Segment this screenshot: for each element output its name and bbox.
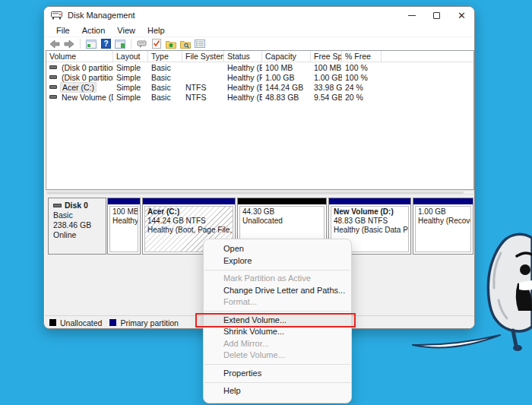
context-menu-icon[interactable]: [136, 38, 148, 49]
rock-mascot: [482, 223, 532, 356]
menu-separator: [204, 270, 350, 271]
column-header-filler: [382, 51, 473, 62]
menu-bar: FileActionViewHelp: [44, 24, 474, 36]
disk-management-app-icon: [51, 11, 62, 20]
checklist-icon[interactable]: [150, 38, 163, 49]
partition-info: 1.00 GBHealthy (Recove: [415, 206, 471, 252]
cell-status: Healthy (B...: [224, 83, 262, 92]
menu-separator: [204, 382, 350, 383]
back-icon[interactable]: [49, 38, 61, 49]
volume-icon: [49, 95, 57, 99]
cell-pct: 100 %: [342, 63, 382, 72]
cell-pct: 100 %: [342, 73, 382, 82]
cell-layout: Simple: [113, 73, 148, 82]
volume-icon: [49, 75, 57, 79]
close-button[interactable]: ✕: [449, 7, 474, 24]
menu-item-open[interactable]: Open: [204, 243, 351, 255]
details-icon[interactable]: [194, 38, 206, 49]
cell-fs: NTFS: [182, 93, 224, 102]
disk0-label[interactable]: Disk 0 Basic 238.46 GB Online: [48, 198, 106, 255]
partition-color-strip: [238, 198, 326, 204]
cell-type: Basic: [148, 83, 182, 92]
column-header-volume[interactable]: Volume: [46, 51, 113, 62]
menu-item-help[interactable]: Help: [204, 385, 351, 397]
volume-icon: [49, 65, 57, 69]
cell-capacity: 48.83 GB: [262, 93, 311, 102]
menubar-item-action[interactable]: Action: [77, 25, 111, 36]
partition-context-menu: OpenExploreMark Partition as ActiveChang…: [203, 239, 352, 403]
menubar-item-view[interactable]: View: [112, 25, 141, 36]
disk-icon: [53, 204, 62, 207]
cell-volume: (Disk 0 partition 5): [46, 73, 113, 82]
svg-text:?: ?: [103, 40, 108, 48]
menu-item-extend-volume[interactable]: Extend Volume...: [204, 315, 351, 327]
column-header-type[interactable]: Type: [148, 51, 182, 62]
cell-status: Healthy (B...: [224, 93, 262, 102]
cell-capacity: 100 MB: [262, 63, 311, 72]
volume-row[interactable]: (Disk 0 partition 5)SimpleBasicHealthy (…: [46, 72, 473, 82]
menu-item-format: Format...: [204, 296, 351, 308]
minimize-button[interactable]: [399, 7, 424, 24]
cell-type: Basic: [148, 93, 182, 102]
volume-row[interactable]: (Disk 0 partition 1)SimpleBasicHealthy (…: [46, 62, 473, 72]
help-icon[interactable]: ?: [100, 38, 112, 49]
disk-size: 238.46 GB: [53, 220, 106, 230]
toolbar-separator: [131, 39, 131, 49]
toolbar-separator: [80, 39, 81, 49]
disk-name: Disk 0: [65, 201, 88, 210]
partition-info: 100 MBHealthy (: [109, 206, 138, 252]
partition-color-strip: [329, 198, 410, 204]
cell-layout: Simple: [113, 63, 148, 72]
column-header---free[interactable]: % Free: [342, 51, 382, 62]
column-header-status[interactable]: Status: [224, 51, 262, 62]
menu-item-delete-volume: Delete Volume...: [204, 350, 351, 362]
cell-type: Basic: [148, 73, 182, 82]
volume-list-pane: VolumeLayoutTypeFile SystemStatusCapacit…: [46, 50, 474, 190]
column-header-capacity[interactable]: Capacity: [262, 51, 311, 62]
volume-row[interactable]: Acer (C:)SimpleBasicNTFSHealthy (B...144…: [46, 82, 473, 92]
cell-volume: Acer (C:): [46, 82, 113, 93]
disk-type: Basic: [53, 210, 106, 220]
column-header-free-spa---[interactable]: Free Spa...: [311, 51, 342, 62]
menu-item-add-mirror: Add Mirror...: [204, 338, 351, 350]
volume-table-header: VolumeLayoutTypeFile SystemStatusCapacit…: [46, 51, 473, 62]
legend-item: Unallocated: [49, 318, 102, 327]
volume-row[interactable]: New Volume (D:)SimpleBasicNTFSHealthy (B…: [46, 92, 473, 102]
toolbar: ?: [44, 36, 474, 51]
menu-item-change-drive-letter-and-paths[interactable]: Change Drive Letter and Paths...: [204, 285, 351, 297]
menubar-item-help[interactable]: Help: [142, 25, 170, 36]
column-header-file-system[interactable]: File System: [182, 51, 224, 62]
action-pane-icon[interactable]: [114, 38, 126, 49]
menu-item-properties[interactable]: Properties: [204, 368, 351, 380]
menu-item-explore[interactable]: Explore: [204, 255, 351, 267]
partition-healthy--recove[interactable]: 1.00 GBHealthy (Recove: [413, 198, 473, 255]
cell-free: 9.54 GB: [311, 93, 342, 102]
cell-pct: 24 %: [342, 83, 382, 92]
maximize-button[interactable]: [424, 7, 449, 24]
desktop-background: Disk Management ✕ FileActionViewHelp ?: [0, 0, 532, 405]
title-bar: Disk Management ✕: [44, 7, 474, 24]
cell-status: Healthy (E...: [224, 63, 262, 72]
folder-search-icon[interactable]: [179, 38, 192, 49]
scrollbar-thumb[interactable]: [47, 191, 464, 194]
legend-label: Primary partition: [120, 318, 178, 327]
cell-pct: 20 %: [342, 93, 382, 102]
legend-swatch: [49, 319, 56, 326]
partition-color-strip: [143, 198, 235, 204]
cell-layout: Simple: [113, 83, 148, 92]
window-title: Disk Management: [68, 11, 135, 20]
forward-icon[interactable]: [63, 38, 75, 49]
cell-capacity: 144.24 GB: [262, 83, 311, 92]
partition-healthy--[interactable]: 100 MBHealthy (: [107, 198, 141, 255]
cell-fs: NTFS: [182, 83, 224, 92]
console-window-icon[interactable]: [85, 38, 97, 49]
cell-type: Basic: [148, 63, 182, 72]
menu-separator: [204, 364, 350, 365]
folder-up-icon[interactable]: [165, 38, 177, 49]
menu-item-shrink-volume[interactable]: Shrink Volume...: [204, 326, 351, 338]
cell-layout: Simple: [113, 93, 148, 102]
column-header-layout[interactable]: Layout: [113, 51, 148, 62]
menubar-item-file[interactable]: File: [51, 25, 75, 36]
cell-capacity: 1.00 GB: [262, 73, 311, 82]
disk-status: Online: [53, 230, 106, 240]
